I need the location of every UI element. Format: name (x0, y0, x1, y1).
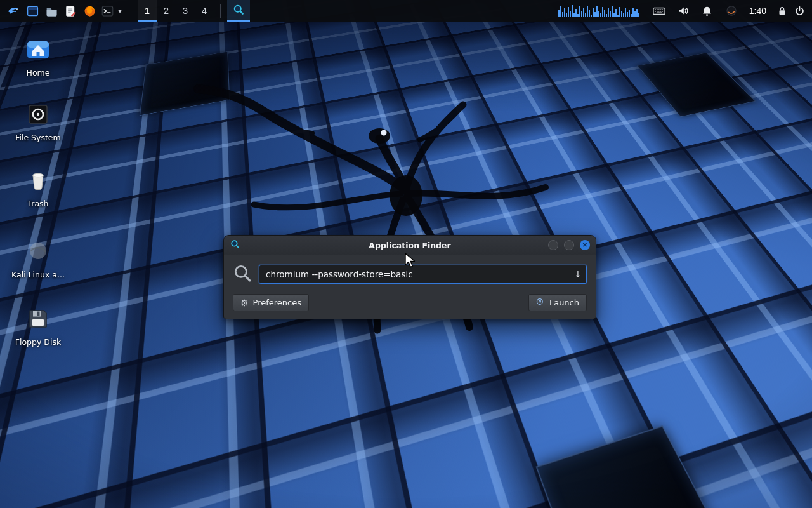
kali-logo-icon (6, 4, 20, 18)
folder-icon (45, 4, 58, 18)
file-manager-button[interactable] (42, 0, 61, 22)
window-title: Application Finder (224, 241, 596, 250)
desktop-icon-file-system[interactable]: File System (10, 100, 66, 142)
command-entry: ↓ (259, 265, 587, 284)
entry-dropdown-arrow-icon[interactable]: ↓ (574, 265, 582, 283)
workspace-button-2[interactable]: 2 (157, 0, 176, 22)
button-row: ⚙ Preferences Launch (233, 294, 587, 311)
volume-tray-button[interactable] (676, 0, 691, 22)
floppy-disk-icon (24, 305, 52, 333)
workspace-button-1[interactable]: 1 (138, 0, 157, 22)
status-indicator-icon (725, 4, 738, 17)
clock[interactable]: 1:40 (749, 0, 766, 22)
firefox-icon (83, 4, 96, 18)
notifications-bell-icon (701, 5, 713, 17)
notifications-tray-button[interactable] (700, 0, 715, 22)
desktop: Home File System Trash (0, 0, 812, 508)
desktop-icon-floppy-disk[interactable]: Floppy Disk (10, 305, 66, 347)
hard-disk-icon (24, 100, 52, 128)
terminal-button[interactable] (99, 0, 115, 22)
text-editor-button[interactable] (61, 0, 80, 22)
application-finder-window: Application Finder ✕ ↓ (223, 235, 596, 319)
desktop-icon-home[interactable]: Home (10, 36, 66, 77)
keyboard-icon (652, 4, 666, 18)
gear-icon: ⚙ (240, 298, 249, 307)
desktop-icon-label: Kali Linux a... (10, 270, 66, 279)
minimize-button[interactable] (548, 240, 558, 250)
preferences-button-label: Preferences (253, 298, 301, 307)
search-magnifier-icon (233, 264, 252, 285)
app-finder-icon (232, 3, 245, 18)
preferences-button[interactable]: ⚙ Preferences (233, 294, 309, 311)
home-folder-icon (24, 36, 52, 64)
taskbar-application-finder-button[interactable] (227, 0, 250, 22)
desktop-icon-label: Home (10, 68, 66, 77)
text-editor-icon (64, 4, 77, 18)
system-tray (652, 0, 739, 22)
text-caret (414, 269, 414, 280)
workspace-switcher: 1 2 3 4 (138, 0, 214, 22)
lock-icon (776, 5, 788, 17)
terminal-dropdown-chevron[interactable]: ▾ (115, 0, 124, 22)
desktop-icon-kali-docs[interactable]: Kali Linux a... (10, 237, 66, 279)
window-buttons: ✕ (548, 240, 590, 250)
workspace-button-3[interactable]: 3 (176, 0, 195, 22)
kali-docs-icon (24, 237, 52, 265)
launch-button-label: Launch (549, 298, 579, 307)
mouse-cursor (404, 253, 418, 269)
firefox-button[interactable] (80, 0, 99, 22)
launch-button[interactable]: Launch (528, 294, 587, 311)
panel-separator (131, 4, 131, 18)
dark-cube-decoration (637, 53, 756, 117)
top-panel: ▾ 1 2 3 4 (0, 0, 812, 22)
status-indicator-tray-button[interactable] (724, 0, 739, 22)
panel-separator (220, 4, 221, 18)
desktop-icon-label: File System (10, 133, 66, 142)
trash-icon (24, 166, 52, 194)
workspace-button-4[interactable]: 4 (195, 0, 214, 22)
launch-icon (536, 297, 545, 308)
close-button[interactable]: ✕ (580, 240, 590, 250)
lock-screen-button[interactable] (774, 0, 790, 22)
logout-button[interactable] (790, 0, 808, 22)
app-finder-titlebar-icon (230, 239, 240, 252)
desktop-icon-label: Trash (10, 199, 66, 208)
keyboard-tray-button[interactable] (652, 0, 667, 22)
desktop-icon-trash[interactable]: Trash (10, 166, 66, 208)
audio-visualizer (558, 3, 640, 18)
logout-icon (794, 5, 806, 17)
command-input[interactable] (266, 269, 570, 279)
window-launcher-icon (26, 4, 39, 18)
desktop-icon-label: Floppy Disk (10, 337, 66, 347)
window-launcher-button[interactable] (23, 0, 42, 22)
maximize-button[interactable] (564, 240, 574, 250)
dark-cube-decoration (536, 426, 748, 508)
terminal-icon (101, 4, 114, 18)
applications-menu-button[interactable] (4, 0, 23, 22)
volume-icon (677, 4, 690, 17)
